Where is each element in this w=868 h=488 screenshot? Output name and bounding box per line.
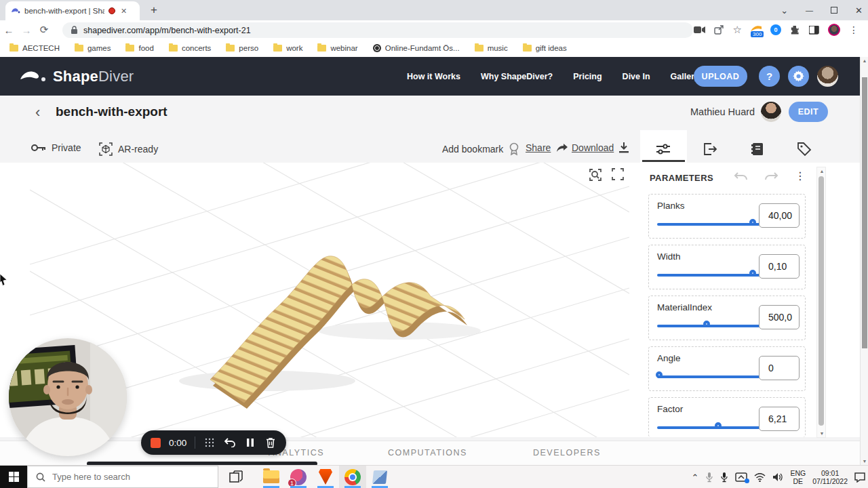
- browser-tab[interactable]: bench-with-export | ShapeDi ✕: [5, 1, 140, 20]
- add-bookmark-button[interactable]: Add bookmark: [442, 142, 519, 156]
- mic-muted-icon[interactable]: [705, 472, 713, 483]
- password-manager-icon[interactable]: 0: [770, 24, 781, 35]
- tab-developers[interactable]: DEVELOPERS: [533, 448, 601, 458]
- nav-why-shapediver[interactable]: Why ShapeDiver?: [481, 72, 553, 81]
- scroll-down-icon[interactable]: ▼: [861, 459, 868, 464]
- upload-button[interactable]: UPLOAD: [694, 66, 747, 87]
- browser-forward-button[interactable]: →: [18, 24, 35, 36]
- share-page-icon[interactable]: [714, 25, 724, 35]
- planks-value-input[interactable]: [759, 203, 800, 228]
- taskbar-search[interactable]: [27, 466, 218, 488]
- width-value-input[interactable]: [759, 254, 800, 279]
- window-close-button[interactable]: ✕: [855, 5, 863, 16]
- webcam-overlay[interactable]: [9, 338, 127, 456]
- undo-icon[interactable]: [734, 171, 749, 183]
- panel-scrollbar-thumb[interactable]: [818, 176, 824, 426]
- back-button[interactable]: ‹: [35, 104, 40, 121]
- nav-pricing[interactable]: Pricing: [573, 72, 601, 81]
- factor-value-input[interactable]: [759, 407, 800, 431]
- stop-recording-button[interactable]: [151, 438, 161, 448]
- share-button[interactable]: Share: [526, 142, 568, 153]
- search-input[interactable]: [52, 472, 195, 482]
- slider-thumb[interactable]: [703, 321, 710, 327]
- account-avatar[interactable]: [817, 66, 838, 87]
- zoom-extents-button[interactable]: [587, 167, 605, 184]
- tray-expand-chevron-icon[interactable]: ⌃: [692, 472, 699, 483]
- tab-search-chevron-icon[interactable]: ⌄: [781, 5, 788, 16]
- mic-active-icon[interactable]: [720, 472, 728, 483]
- scroll-up-icon[interactable]: ▲: [861, 58, 868, 63]
- bookmark-star-icon[interactable]: ☆: [733, 24, 742, 36]
- panel-scrollbar[interactable]: ▲ ▼: [816, 167, 826, 438]
- notification-center-icon[interactable]: [854, 472, 865, 483]
- clock[interactable]: 09:01 07/11/2022: [812, 469, 848, 485]
- settings-button[interactable]: [788, 66, 809, 87]
- tab-tags[interactable]: [796, 141, 812, 157]
- window-maximize-button[interactable]: [831, 7, 837, 14]
- tab-computations[interactable]: COMPUTATIONS: [388, 448, 467, 458]
- bookmark-item[interactable]: concerts: [169, 44, 211, 52]
- bookmark-item[interactable]: work: [273, 44, 302, 52]
- bookmark-item[interactable]: AECTECH: [9, 44, 60, 52]
- planks-slider[interactable]: [657, 218, 760, 231]
- pause-recording-icon[interactable]: [244, 436, 256, 449]
- bookmark-item[interactable]: gift ideas: [523, 44, 567, 52]
- brave-button[interactable]: [312, 466, 339, 488]
- width-slider[interactable]: [657, 268, 760, 282]
- teams-button[interactable]: 1: [285, 466, 312, 488]
- restart-recording-icon[interactable]: [224, 436, 236, 449]
- start-button[interactable]: [0, 466, 27, 488]
- omnibox[interactable]: shapediver.com/app/m/bench-with-export-2…: [62, 22, 693, 38]
- blue-app-button[interactable]: [366, 466, 393, 488]
- help-button[interactable]: ?: [759, 66, 780, 87]
- bookmark-item[interactable]: perso: [226, 44, 258, 52]
- tab-exports[interactable]: [702, 141, 718, 157]
- slider-thumb[interactable]: [715, 422, 722, 429]
- browser-profile-avatar[interactable]: [828, 24, 840, 36]
- task-view-button[interactable]: [222, 466, 250, 488]
- scroll-down-icon[interactable]: ▼: [817, 431, 827, 436]
- fullscreen-button[interactable]: [610, 167, 628, 184]
- owner-name[interactable]: Mathieu Huard: [690, 106, 755, 117]
- materialindex-value-input[interactable]: [759, 305, 800, 329]
- page-scrollbar[interactable]: ▲ ▼: [860, 57, 868, 465]
- tab-parameters[interactable]: [655, 141, 671, 157]
- owner-avatar[interactable]: [761, 102, 781, 122]
- window-minimize-button[interactable]: —: [806, 6, 813, 14]
- redo-icon[interactable]: [764, 171, 778, 183]
- delete-recording-icon[interactable]: [264, 436, 277, 449]
- panel-menu-kebab-icon[interactable]: ⋮: [795, 169, 806, 182]
- volume-icon[interactable]: [772, 472, 783, 482]
- edit-button[interactable]: EDIT: [789, 102, 828, 122]
- browser-menu-kebab-icon[interactable]: ⋮: [849, 24, 859, 35]
- tab-close-icon[interactable]: ✕: [121, 7, 127, 16]
- wifi-icon[interactable]: [754, 473, 766, 482]
- angle-slider[interactable]: [657, 370, 760, 384]
- shapediver-logo[interactable]: ShapeDiver: [19, 68, 134, 85]
- screen-share-tray-icon[interactable]: [735, 472, 747, 482]
- nav-how-it-works[interactable]: How it Works: [407, 72, 460, 81]
- file-explorer-button[interactable]: [258, 466, 285, 488]
- extensions-puzzle-icon[interactable]: [790, 25, 800, 35]
- bookmark-item[interactable]: music: [475, 44, 508, 52]
- angle-value-input[interactable]: [759, 356, 800, 380]
- tab-notes[interactable]: [749, 141, 766, 157]
- side-panel-icon[interactable]: [809, 26, 819, 35]
- chrome-button[interactable]: [339, 466, 366, 488]
- download-button[interactable]: Download: [572, 142, 629, 153]
- seo-extension-icon[interactable]: 300: [751, 25, 762, 35]
- scroll-up-icon[interactable]: ▲: [817, 169, 827, 174]
- bookmark-item[interactable]: games: [75, 44, 111, 52]
- language-switcher[interactable]: ENG DE: [790, 469, 806, 485]
- browser-reload-button[interactable]: ⟳: [35, 24, 53, 36]
- materialindex-slider[interactable]: [657, 319, 760, 333]
- factor-slider[interactable]: [657, 421, 760, 434]
- browser-back-button[interactable]: ←: [0, 24, 18, 36]
- nav-dive-in[interactable]: Dive In: [623, 72, 650, 81]
- bookmark-item[interactable]: Online-Fundamt Ös...: [373, 44, 460, 52]
- bookmark-item[interactable]: food: [125, 44, 153, 52]
- bookmark-item[interactable]: webinar: [317, 44, 357, 52]
- new-tab-button[interactable]: +: [146, 3, 161, 18]
- drag-handle-icon[interactable]: [203, 436, 216, 449]
- page-scrollbar-thumb[interactable]: [862, 77, 867, 348]
